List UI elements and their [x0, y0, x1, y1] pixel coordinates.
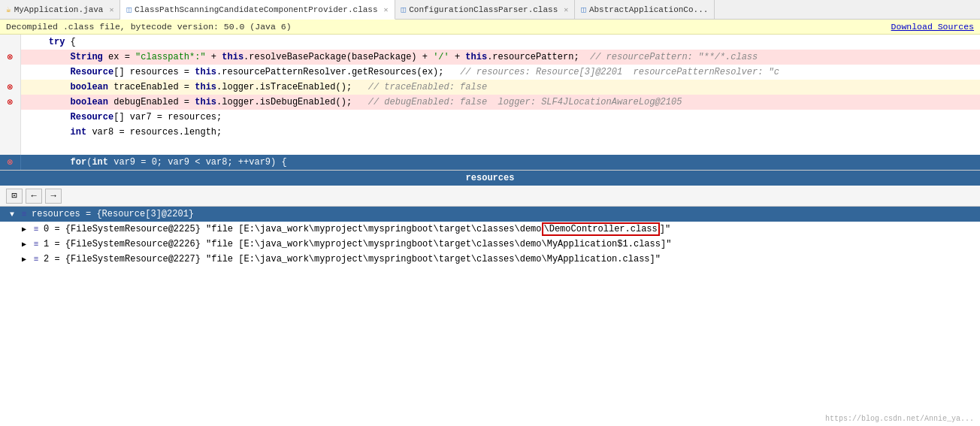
tab-classpathscanning[interactable]: ◫ ClassPathScanningCandidateComponentPro…	[120, 0, 395, 20]
java-file-icon: ☕	[6, 5, 11, 14]
info-bar: Decompiled .class file, bytecode version…	[0, 20, 980, 35]
tab-label: ClassPathScanningCandidateComponentProvi…	[135, 5, 377, 14]
tree-text-item1: 1 = {FileSystemResource@2226} "file [E:\…	[44, 239, 671, 249]
code-line-empty	[0, 140, 980, 155]
code-content-empty	[21, 140, 980, 155]
code-line-debug-enabled: ⊗ boolean debugEnabled = this.logger.isD…	[0, 95, 980, 110]
tab-label: ConfigurationClassParser.class	[409, 5, 558, 14]
forward-icon: →	[50, 191, 56, 201]
gutter-var8	[0, 125, 21, 140]
tree-row-item0[interactable]: ▶ ≡ 0 = {FileSystemResource@2225} "file …	[0, 222, 980, 237]
code-line-var8: int var8 = resources.length;	[0, 125, 980, 140]
tree-row-item2[interactable]: ▶ ≡ 2 = {FileSystemResource@2227} "file …	[0, 252, 980, 267]
tab-abstractapplication[interactable]: ◫ AbstractApplicationCo...	[575, 0, 715, 19]
gutter-resources	[0, 65, 21, 80]
tree-icon-item0: ≡	[30, 225, 42, 234]
error-icon-4: ⊗	[8, 156, 14, 168]
decompile-info-text: Decompiled .class file, bytecode version…	[6, 22, 292, 32]
code-content-string-ex: String ex = "classpath*:" + this.resolve…	[21, 50, 980, 65]
tab-bar: ☕ MyApplication.java ✕ ◫ ClassPathScanni…	[0, 0, 980, 20]
code-line-var7: Resource[] var7 = resources;	[0, 110, 980, 125]
tab-close-icon[interactable]: ✕	[564, 5, 568, 14]
tree-text-item0: 0 = {FileSystemResource@2225} "file [E:\…	[44, 224, 670, 234]
tree-icon-root: ≡	[18, 210, 30, 219]
code-content-debug-enabled: boolean debugEnabled = this.logger.isDeb…	[21, 95, 980, 110]
gutter-var7	[0, 110, 21, 125]
code-content-var8: int var8 = resources.length;	[21, 125, 980, 140]
gutter-trace-enabled: ⊗	[0, 80, 21, 95]
error-icon-1: ⊗	[8, 51, 14, 63]
code-content-try: try {	[21, 35, 980, 50]
tree-arrow-item2: ▶	[18, 255, 30, 264]
class-file-icon: ◫	[126, 5, 132, 14]
tree-row-root[interactable]: ▼ ≡ resources = {Resource[3]@2201}	[0, 207, 980, 222]
watermark-text: https://blog.csdn.net/Annie_ya...	[825, 415, 974, 423]
debug-toolbar: ⊡ ← →	[0, 186, 980, 207]
tree-icon-item2: ≡	[30, 255, 42, 264]
debug-tree: ▼ ≡ resources = {Resource[3]@2201} ▶ ≡ 0…	[0, 207, 980, 426]
error-icon-3: ⊗	[8, 96, 14, 108]
back-button[interactable]: ←	[26, 189, 42, 204]
gutter-string-ex: ⊗	[0, 50, 21, 65]
tab-close-icon[interactable]: ✕	[384, 5, 389, 14]
tree-arrow-root: ▼	[6, 210, 18, 219]
main-container: ☕ MyApplication.java ✕ ◫ ClassPathScanni…	[0, 0, 980, 426]
tab-close-icon[interactable]: ✕	[109, 5, 113, 14]
code-line-trace-enabled: ⊗ boolean traceEnabled = this.logger.isT…	[0, 80, 980, 95]
code-content-var7: Resource[] var7 = resources;	[21, 110, 980, 125]
tree-arrow-item0: ▶	[18, 225, 30, 234]
debug-panel-header: resources	[0, 171, 980, 186]
forward-button[interactable]: →	[45, 189, 62, 204]
code-content-for: for(int var9 = 0; var9 < var8; ++var9) {	[21, 155, 980, 170]
code-content-resources: Resource[] resources = this.resourcePatt…	[21, 65, 980, 80]
tree-icon-item1: ≡	[30, 240, 42, 249]
copy-button[interactable]: ⊡	[6, 189, 23, 204]
code-line-string-ex: ⊗ String ex = "classpath*:" + this.resol…	[0, 50, 980, 65]
debug-panel-title: resources	[466, 173, 515, 183]
class-file-icon: ◫	[401, 5, 407, 14]
tree-row-item1[interactable]: ▶ ≡ 1 = {FileSystemResource@2226} "file …	[0, 237, 980, 252]
code-section: try { ⊗ String ex = "classpath*:" + this…	[0, 35, 980, 170]
copy-icon: ⊡	[11, 190, 17, 201]
tab-label: AbstractApplicationCo...	[589, 5, 708, 14]
error-icon-2: ⊗	[8, 81, 14, 93]
code-line-resources: Resource[] resources = this.resourcePatt…	[0, 65, 980, 80]
back-icon: ←	[31, 191, 36, 201]
tree-arrow-item1: ▶	[18, 240, 30, 249]
code-line-try: try {	[0, 35, 980, 50]
tree-text-item2: 2 = {FileSystemResource@2227} "file [E:\…	[44, 254, 661, 264]
gutter-debug-enabled: ⊗	[0, 95, 21, 110]
download-sources-link[interactable]: Download Sources	[891, 22, 974, 32]
gutter-for: ⊗	[0, 155, 21, 170]
code-content-trace-enabled: boolean traceEnabled = this.logger.isTra…	[21, 80, 980, 95]
tree-text-root: resources = {Resource[3]@2201}	[32, 209, 194, 219]
tab-myapplication[interactable]: ☕ MyApplication.java ✕	[0, 0, 120, 19]
gutter-empty	[0, 140, 21, 155]
tab-configurationclassparser[interactable]: ◫ ConfigurationClassParser.class ✕	[395, 0, 576, 19]
code-line-for: ⊗ for(int var9 = 0; var9 < var8; ++var9)…	[0, 155, 980, 170]
bottom-panel: resources ⊡ ← → ▼ ≡ resources = {Resourc…	[0, 170, 980, 426]
gutter-try	[0, 35, 21, 50]
class-file-icon: ◫	[581, 5, 586, 14]
tab-label: MyApplication.java	[14, 5, 104, 14]
